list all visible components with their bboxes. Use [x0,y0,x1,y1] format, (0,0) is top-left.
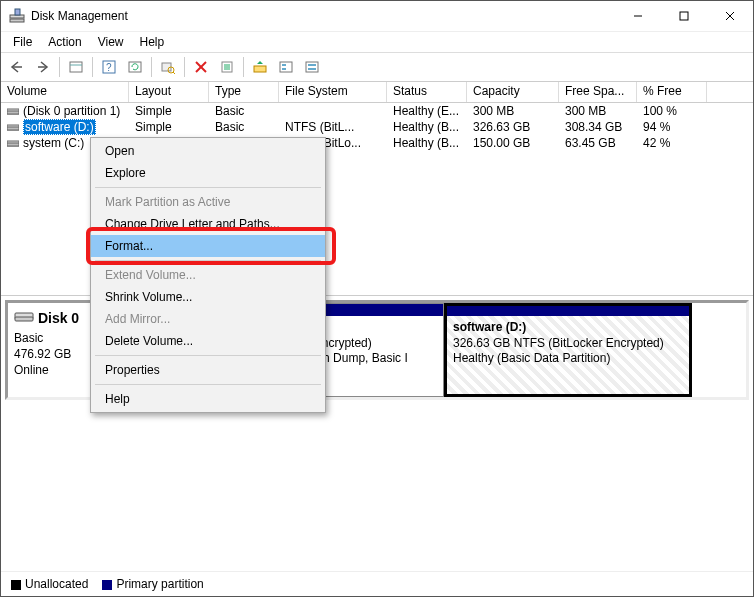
partition-block[interactable]: software (D:)326.63 GB NTFS (BitLocker E… [444,303,692,397]
context-menu-separator [95,187,321,188]
volume-name: system (C:) [23,136,84,150]
cell-status: Healthy (E... [387,104,467,118]
column-percent-free[interactable]: % Free [637,82,707,102]
cell-file-system: NTFS (BitL... [279,120,387,134]
svg-rect-2 [15,9,20,15]
cell-status: Healthy (B... [387,136,467,150]
toolbar-separator [184,57,185,77]
svg-text:?: ? [106,62,112,73]
graphical-view-button[interactable] [300,55,324,79]
back-button[interactable] [5,55,29,79]
delete-button[interactable] [189,55,213,79]
disk-management-icon [9,8,25,24]
column-free-space[interactable]: Free Spa... [559,82,637,102]
svg-rect-9 [70,62,82,72]
window-title: Disk Management [31,9,615,23]
legend-item: Unallocated [11,577,88,591]
properties-button[interactable] [215,55,239,79]
menu-file[interactable]: File [7,33,38,51]
cell-status: Healthy (B... [387,120,467,134]
context-menu-item[interactable]: Help [91,388,325,410]
partition-color-bar [447,306,689,316]
column-volume[interactable]: Volume [1,82,129,102]
help-button[interactable]: ? [97,55,121,79]
titlebar: Disk Management [1,1,753,32]
disk-name: Disk 0 [38,310,79,326]
cell-pct: 94 % [637,120,707,134]
disk-icon: Disk 0 [14,309,99,328]
volume-context-menu[interactable]: OpenExploreMark Partition as ActiveChang… [90,137,326,413]
cell-type: Basic [209,104,279,118]
context-menu-item[interactable]: Change Drive Letter and Paths... [91,213,325,235]
svg-rect-28 [308,64,316,66]
disk-kind: Basic [14,330,99,346]
cell-free: 63.45 GB [559,136,637,150]
legend-swatch [11,580,21,590]
context-menu-item[interactable]: Format... [91,235,325,257]
svg-rect-23 [254,66,266,72]
refresh-button[interactable] [123,55,147,79]
context-menu-item[interactable]: Properties [91,359,325,381]
column-file-system[interactable]: File System [279,82,387,102]
volume-icon [7,105,19,117]
toolbar: ? [1,52,753,82]
column-capacity[interactable]: Capacity [467,82,559,102]
svg-rect-37 [15,317,33,321]
legend-item: Primary partition [102,577,203,591]
volume-icon [7,137,19,149]
cell-layout: Simple [129,120,209,134]
volume-row[interactable]: software (D:)SimpleBasicNTFS (BitL...Hea… [1,119,753,135]
toolbar-separator [151,57,152,77]
legend-swatch [102,580,112,590]
close-button[interactable] [707,1,753,31]
toolbar-separator [243,57,244,77]
volume-name: (Disk 0 partition 1) [23,104,120,118]
rescan-disks-button[interactable] [248,55,272,79]
svg-rect-27 [306,62,318,72]
disk-list-view-button[interactable] [274,55,298,79]
minimize-button[interactable] [615,1,661,31]
menu-view[interactable]: View [92,33,130,51]
show-hide-console-tree-button[interactable] [64,55,88,79]
context-menu-separator [95,260,321,261]
cell-type: Basic [209,120,279,134]
column-status[interactable]: Status [387,82,467,102]
column-layout[interactable]: Layout [129,82,209,102]
context-menu-item: Add Mirror... [91,308,325,330]
cell-pct: 42 % [637,136,707,150]
menubar: File Action View Help [1,32,753,52]
cell-capacity: 326.63 GB [467,120,559,134]
volume-row[interactable]: (Disk 0 partition 1)SimpleBasicHealthy (… [1,103,753,119]
context-menu-item: Mark Partition as Active [91,191,325,213]
cell-pct: 100 % [637,104,707,118]
menu-action[interactable]: Action [42,33,87,51]
volume-grid-header[interactable]: Volume Layout Type File System Status Ca… [1,82,753,103]
svg-rect-35 [7,143,19,146]
volume-icon [7,121,19,133]
spacer [1,404,753,571]
disk-status: Online [14,362,99,378]
settings-button[interactable] [156,55,180,79]
context-menu-separator [95,384,321,385]
context-menu-item[interactable]: Explore [91,162,325,184]
context-menu-item[interactable]: Delete Volume... [91,330,325,352]
svg-rect-31 [7,111,19,114]
svg-rect-24 [280,62,292,72]
maximize-button[interactable] [661,1,707,31]
forward-button[interactable] [31,55,55,79]
cell-free: 308.34 GB [559,120,637,134]
svg-rect-1 [10,19,24,22]
disk-size: 476.92 GB [14,346,99,362]
cell-layout: Simple [129,104,209,118]
svg-line-16 [173,72,175,74]
cell-free: 300 MB [559,104,637,118]
cell-capacity: 300 MB [467,104,559,118]
svg-rect-25 [282,64,286,66]
column-type[interactable]: Type [209,82,279,102]
context-menu-item: Extend Volume... [91,264,325,286]
context-menu-item[interactable]: Open [91,140,325,162]
menu-help[interactable]: Help [134,33,171,51]
volume-name: software (D:) [23,119,96,135]
context-menu-item[interactable]: Shrink Volume... [91,286,325,308]
context-menu-separator [95,355,321,356]
